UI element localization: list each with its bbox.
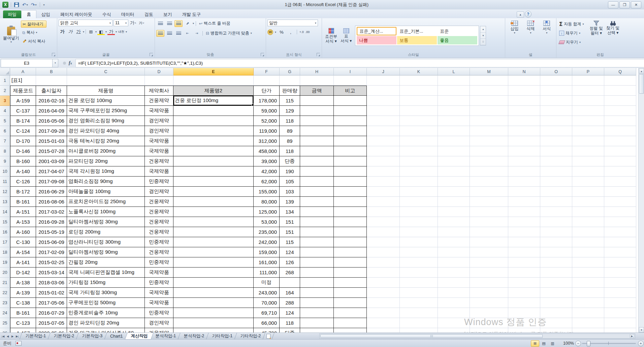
cell-D19[interactable]: 민중제약 [145, 257, 173, 267]
cell-J3[interactable] [367, 96, 400, 106]
cell-P3[interactable] [572, 96, 604, 106]
cell-P17[interactable] [572, 237, 604, 247]
cell-B16[interactable]: 2015-05-19 [36, 227, 67, 237]
cell-F10[interactable]: 42,000 [254, 166, 280, 177]
cell-I3[interactable] [334, 96, 367, 106]
cell-O21[interactable] [540, 278, 572, 288]
cell-A17[interactable]: C-130 [10, 237, 36, 247]
cell-N17[interactable] [508, 237, 540, 247]
cell-Q17[interactable] [604, 237, 636, 247]
column-header-L[interactable]: L [438, 68, 470, 75]
horizontal-scroll-thumb[interactable] [320, 334, 543, 338]
row-header-24[interactable]: 24 [0, 308, 10, 318]
cell-F19[interactable]: 161,000 [254, 257, 280, 267]
cell-G17[interactable]: 115 [280, 237, 300, 247]
cell-P5[interactable] [572, 116, 604, 126]
help-icon[interactable]: ? [525, 11, 532, 18]
row-header-15[interactable]: 15 [0, 217, 10, 227]
cell-A8[interactable]: D-146 [10, 146, 36, 156]
cell-Q1[interactable] [604, 75, 636, 86]
undo-button[interactable]: ↶▾ [22, 2, 29, 8]
cell-Q2[interactable] [604, 86, 636, 96]
cell-I11[interactable] [334, 177, 367, 187]
column-header-M[interactable]: M [470, 68, 508, 75]
cell-I21[interactable] [334, 278, 367, 288]
row-header-9[interactable]: 9 [0, 156, 10, 166]
cell-K24[interactable] [400, 308, 438, 318]
cell-C23[interactable]: 구루메포민정 500mg [67, 298, 145, 308]
horizontal-scrollbar[interactable]: ▶ [319, 334, 635, 339]
cell-O12[interactable] [540, 187, 572, 197]
cell-Q11[interactable] [604, 177, 636, 187]
cell-N7[interactable] [508, 136, 540, 146]
font-dialog-launcher-icon[interactable] [150, 53, 153, 56]
cell-K7[interactable] [400, 136, 438, 146]
cell-G2[interactable]: 판매량 [280, 86, 300, 96]
cell-O11[interactable] [540, 177, 572, 187]
cell-P6[interactable] [572, 126, 604, 136]
cell-D4[interactable]: 국제약품 [145, 106, 173, 116]
vertical-scroll-thumb[interactable] [639, 74, 644, 94]
format-as-table-button[interactable]: 표서식 ▾ [339, 27, 353, 44]
cell-I5[interactable] [334, 116, 367, 126]
paste-button[interactable]: 붙여넣기▾ [1, 20, 21, 51]
cell-G7[interactable]: 89 [280, 136, 300, 146]
cell-P4[interactable] [572, 106, 604, 116]
insert-cells-button[interactable]: 삽입▾ [509, 20, 520, 35]
cell-I26[interactable] [334, 328, 367, 333]
cell-M8[interactable] [470, 146, 508, 156]
cell-I10[interactable] [334, 166, 367, 177]
redo-button[interactable]: ↷▾ [30, 2, 37, 8]
cell-C25[interactable]: 경인 파모티딘정 20mg [67, 318, 145, 328]
cell-B24[interactable]: 2016-07-29 [36, 308, 67, 318]
cell-P21[interactable] [572, 278, 604, 288]
cell-C20[interactable]: 국제 니페디핀연질캡셀 10mg [67, 267, 145, 278]
cell-O10[interactable] [540, 166, 572, 177]
cell-Q21[interactable] [604, 278, 636, 288]
cell-F3[interactable]: 178,000 [254, 96, 280, 106]
cell-K14[interactable] [400, 207, 438, 217]
sheet-tab-기본작업-2[interactable]: 기본작업-2 [47, 333, 80, 340]
cell-L14[interactable] [438, 207, 470, 217]
cell-E14[interactable] [173, 207, 254, 217]
cell-M15[interactable] [470, 217, 508, 227]
find-select-button[interactable]: 찾기 및선택 ▾ [605, 20, 621, 36]
format-cells-button[interactable]: 서식▾ [541, 20, 552, 35]
cell-L20[interactable] [438, 267, 470, 278]
cell-style-chip-5[interactable]: 보통 [397, 36, 437, 44]
cell-E3[interactable]: 건웅 로딘정 100mg [173, 96, 254, 106]
row-header-10[interactable]: 10 [0, 166, 10, 177]
cell-G6[interactable]: 89 [280, 126, 300, 136]
cell-C14[interactable]: 노플록사신정 100mg [67, 207, 145, 217]
cell-B21[interactable]: 2018-03-06 [36, 278, 67, 288]
cell-E18[interactable] [173, 247, 254, 257]
cell-H19[interactable] [300, 257, 334, 267]
cell-C3[interactable]: 건웅 로딘정 100mg [67, 96, 145, 106]
cell-L16[interactable] [438, 227, 470, 237]
sheet-tab-계산작업[interactable]: 계산작업 [125, 333, 153, 340]
row-header-18[interactable]: 18 [0, 247, 10, 257]
cell-B10[interactable]: 2017-04-07 [36, 166, 67, 177]
cell-Q12[interactable] [604, 187, 636, 197]
row-header-20[interactable]: 20 [0, 267, 10, 278]
cell-N15[interactable] [508, 217, 540, 227]
cell-H2[interactable]: 금액 [300, 86, 334, 96]
cell-D14[interactable]: 건웅제약 [145, 207, 173, 217]
cell-M18[interactable] [470, 247, 508, 257]
borders-icon[interactable]: ⊞ [87, 28, 95, 35]
cell-L15[interactable] [438, 217, 470, 227]
cell-A16[interactable]: A-160 [10, 227, 36, 237]
cell-L26[interactable] [438, 328, 470, 333]
scroll-down-icon[interactable]: ▼ [639, 327, 644, 333]
cell-J1[interactable] [367, 75, 400, 86]
cell-P24[interactable] [572, 308, 604, 318]
cell-O4[interactable] [540, 106, 572, 116]
cell-L12[interactable] [438, 187, 470, 197]
cell-G18[interactable]: 124 [280, 247, 300, 257]
cell-D17[interactable]: 민중제약 [145, 237, 173, 247]
customize-quick-access-icon[interactable]: ▾ [42, 2, 45, 8]
cell-Q25[interactable] [604, 318, 636, 328]
cell-D26[interactable]: 건웅제약 [145, 328, 173, 333]
clipboard-dialog-launcher-icon[interactable] [52, 53, 55, 56]
column-header-Q[interactable]: Q [604, 68, 636, 75]
